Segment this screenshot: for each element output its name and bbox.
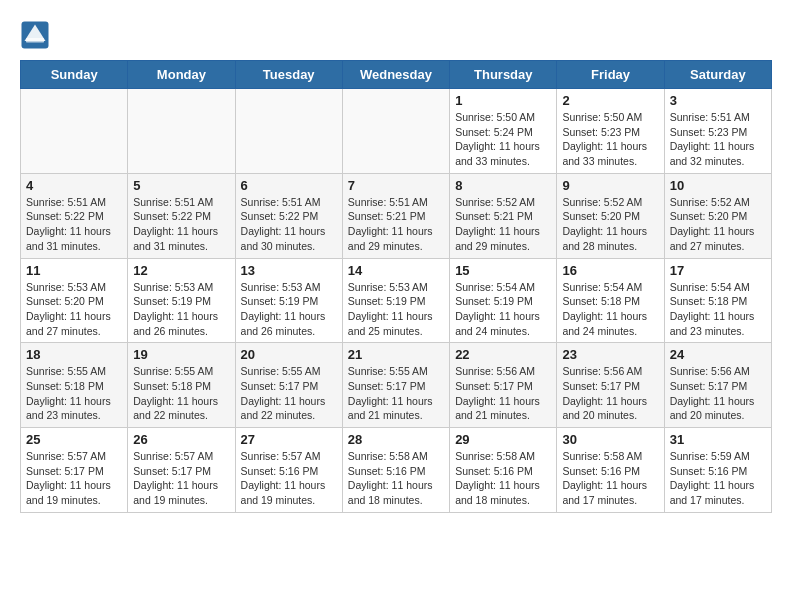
day-info: Sunrise: 5:53 AM Sunset: 5:19 PM Dayligh… <box>348 280 444 339</box>
calendar-week-row: 25Sunrise: 5:57 AM Sunset: 5:17 PM Dayli… <box>21 428 772 513</box>
day-info: Sunrise: 5:51 AM Sunset: 5:22 PM Dayligh… <box>133 195 229 254</box>
day-info: Sunrise: 5:56 AM Sunset: 5:17 PM Dayligh… <box>670 364 766 423</box>
calendar-day-cell: 27Sunrise: 5:57 AM Sunset: 5:16 PM Dayli… <box>235 428 342 513</box>
calendar-day-cell: 29Sunrise: 5:58 AM Sunset: 5:16 PM Dayli… <box>450 428 557 513</box>
day-of-week-header: Thursday <box>450 61 557 89</box>
day-number: 29 <box>455 432 551 447</box>
calendar-week-row: 11Sunrise: 5:53 AM Sunset: 5:20 PM Dayli… <box>21 258 772 343</box>
day-number: 24 <box>670 347 766 362</box>
day-info: Sunrise: 5:54 AM Sunset: 5:18 PM Dayligh… <box>670 280 766 339</box>
day-info: Sunrise: 5:55 AM Sunset: 5:18 PM Dayligh… <box>133 364 229 423</box>
calendar-week-row: 4Sunrise: 5:51 AM Sunset: 5:22 PM Daylig… <box>21 173 772 258</box>
day-info: Sunrise: 5:53 AM Sunset: 5:20 PM Dayligh… <box>26 280 122 339</box>
calendar-day-cell <box>128 89 235 174</box>
svg-rect-2 <box>26 38 44 43</box>
calendar-day-cell: 4Sunrise: 5:51 AM Sunset: 5:22 PM Daylig… <box>21 173 128 258</box>
calendar-day-cell: 20Sunrise: 5:55 AM Sunset: 5:17 PM Dayli… <box>235 343 342 428</box>
day-info: Sunrise: 5:52 AM Sunset: 5:20 PM Dayligh… <box>670 195 766 254</box>
day-number: 16 <box>562 263 658 278</box>
day-info: Sunrise: 5:58 AM Sunset: 5:16 PM Dayligh… <box>348 449 444 508</box>
day-info: Sunrise: 5:52 AM Sunset: 5:21 PM Dayligh… <box>455 195 551 254</box>
calendar-day-cell: 6Sunrise: 5:51 AM Sunset: 5:22 PM Daylig… <box>235 173 342 258</box>
calendar-day-cell: 30Sunrise: 5:58 AM Sunset: 5:16 PM Dayli… <box>557 428 664 513</box>
day-number: 4 <box>26 178 122 193</box>
calendar-day-cell: 14Sunrise: 5:53 AM Sunset: 5:19 PM Dayli… <box>342 258 449 343</box>
calendar-day-cell: 28Sunrise: 5:58 AM Sunset: 5:16 PM Dayli… <box>342 428 449 513</box>
calendar-day-cell: 13Sunrise: 5:53 AM Sunset: 5:19 PM Dayli… <box>235 258 342 343</box>
calendar-day-cell: 1Sunrise: 5:50 AM Sunset: 5:24 PM Daylig… <box>450 89 557 174</box>
day-number: 12 <box>133 263 229 278</box>
calendar-week-row: 1Sunrise: 5:50 AM Sunset: 5:24 PM Daylig… <box>21 89 772 174</box>
day-number: 17 <box>670 263 766 278</box>
calendar-day-cell: 7Sunrise: 5:51 AM Sunset: 5:21 PM Daylig… <box>342 173 449 258</box>
day-number: 31 <box>670 432 766 447</box>
day-number: 7 <box>348 178 444 193</box>
day-number: 6 <box>241 178 337 193</box>
day-number: 23 <box>562 347 658 362</box>
day-info: Sunrise: 5:51 AM Sunset: 5:22 PM Dayligh… <box>241 195 337 254</box>
calendar-day-cell: 9Sunrise: 5:52 AM Sunset: 5:20 PM Daylig… <box>557 173 664 258</box>
day-number: 28 <box>348 432 444 447</box>
day-of-week-header: Monday <box>128 61 235 89</box>
day-info: Sunrise: 5:51 AM Sunset: 5:22 PM Dayligh… <box>26 195 122 254</box>
day-info: Sunrise: 5:53 AM Sunset: 5:19 PM Dayligh… <box>241 280 337 339</box>
calendar-day-cell: 12Sunrise: 5:53 AM Sunset: 5:19 PM Dayli… <box>128 258 235 343</box>
day-of-week-header: Sunday <box>21 61 128 89</box>
day-number: 2 <box>562 93 658 108</box>
day-number: 10 <box>670 178 766 193</box>
calendar-day-cell <box>21 89 128 174</box>
day-info: Sunrise: 5:52 AM Sunset: 5:20 PM Dayligh… <box>562 195 658 254</box>
day-info: Sunrise: 5:55 AM Sunset: 5:17 PM Dayligh… <box>348 364 444 423</box>
calendar-day-cell: 25Sunrise: 5:57 AM Sunset: 5:17 PM Dayli… <box>21 428 128 513</box>
day-info: Sunrise: 5:58 AM Sunset: 5:16 PM Dayligh… <box>562 449 658 508</box>
day-info: Sunrise: 5:53 AM Sunset: 5:19 PM Dayligh… <box>133 280 229 339</box>
calendar-day-cell: 21Sunrise: 5:55 AM Sunset: 5:17 PM Dayli… <box>342 343 449 428</box>
day-info: Sunrise: 5:57 AM Sunset: 5:17 PM Dayligh… <box>26 449 122 508</box>
day-number: 14 <box>348 263 444 278</box>
calendar-day-cell: 11Sunrise: 5:53 AM Sunset: 5:20 PM Dayli… <box>21 258 128 343</box>
day-number: 21 <box>348 347 444 362</box>
day-of-week-header: Wednesday <box>342 61 449 89</box>
day-info: Sunrise: 5:56 AM Sunset: 5:17 PM Dayligh… <box>455 364 551 423</box>
calendar-header-row: SundayMondayTuesdayWednesdayThursdayFrid… <box>21 61 772 89</box>
calendar-day-cell: 17Sunrise: 5:54 AM Sunset: 5:18 PM Dayli… <box>664 258 771 343</box>
calendar-day-cell: 23Sunrise: 5:56 AM Sunset: 5:17 PM Dayli… <box>557 343 664 428</box>
day-number: 18 <box>26 347 122 362</box>
calendar-day-cell <box>342 89 449 174</box>
day-number: 25 <box>26 432 122 447</box>
calendar-day-cell: 15Sunrise: 5:54 AM Sunset: 5:19 PM Dayli… <box>450 258 557 343</box>
day-number: 27 <box>241 432 337 447</box>
day-number: 1 <box>455 93 551 108</box>
calendar-day-cell: 16Sunrise: 5:54 AM Sunset: 5:18 PM Dayli… <box>557 258 664 343</box>
day-info: Sunrise: 5:54 AM Sunset: 5:18 PM Dayligh… <box>562 280 658 339</box>
calendar-table: SundayMondayTuesdayWednesdayThursdayFrid… <box>20 60 772 513</box>
day-number: 5 <box>133 178 229 193</box>
calendar-day-cell: 18Sunrise: 5:55 AM Sunset: 5:18 PM Dayli… <box>21 343 128 428</box>
day-of-week-header: Friday <box>557 61 664 89</box>
day-number: 20 <box>241 347 337 362</box>
calendar-day-cell: 10Sunrise: 5:52 AM Sunset: 5:20 PM Dayli… <box>664 173 771 258</box>
day-number: 11 <box>26 263 122 278</box>
day-number: 8 <box>455 178 551 193</box>
calendar-day-cell <box>235 89 342 174</box>
day-info: Sunrise: 5:57 AM Sunset: 5:16 PM Dayligh… <box>241 449 337 508</box>
calendar-day-cell: 24Sunrise: 5:56 AM Sunset: 5:17 PM Dayli… <box>664 343 771 428</box>
calendar-day-cell: 5Sunrise: 5:51 AM Sunset: 5:22 PM Daylig… <box>128 173 235 258</box>
day-info: Sunrise: 5:57 AM Sunset: 5:17 PM Dayligh… <box>133 449 229 508</box>
day-number: 15 <box>455 263 551 278</box>
day-info: Sunrise: 5:51 AM Sunset: 5:21 PM Dayligh… <box>348 195 444 254</box>
calendar-day-cell: 26Sunrise: 5:57 AM Sunset: 5:17 PM Dayli… <box>128 428 235 513</box>
day-info: Sunrise: 5:56 AM Sunset: 5:17 PM Dayligh… <box>562 364 658 423</box>
day-info: Sunrise: 5:50 AM Sunset: 5:23 PM Dayligh… <box>562 110 658 169</box>
day-info: Sunrise: 5:59 AM Sunset: 5:16 PM Dayligh… <box>670 449 766 508</box>
day-info: Sunrise: 5:55 AM Sunset: 5:17 PM Dayligh… <box>241 364 337 423</box>
calendar-day-cell: 22Sunrise: 5:56 AM Sunset: 5:17 PM Dayli… <box>450 343 557 428</box>
day-number: 19 <box>133 347 229 362</box>
day-info: Sunrise: 5:54 AM Sunset: 5:19 PM Dayligh… <box>455 280 551 339</box>
day-of-week-header: Saturday <box>664 61 771 89</box>
logo <box>20 20 54 50</box>
day-number: 9 <box>562 178 658 193</box>
calendar-day-cell: 19Sunrise: 5:55 AM Sunset: 5:18 PM Dayli… <box>128 343 235 428</box>
day-number: 3 <box>670 93 766 108</box>
calendar-day-cell: 8Sunrise: 5:52 AM Sunset: 5:21 PM Daylig… <box>450 173 557 258</box>
